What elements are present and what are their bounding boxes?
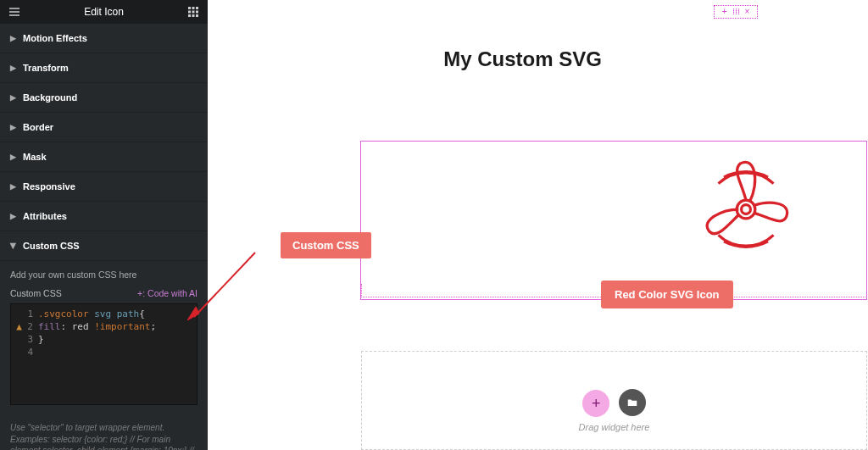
- svg-rect-7: [192, 14, 194, 17]
- warning-icon: ▲: [16, 321, 22, 332]
- accordion-responsive[interactable]: ▶Responsive: [0, 172, 208, 202]
- css-label-row: Custom CSS +: Code with AI: [10, 288, 198, 298]
- caret-right-icon: ▶: [10, 34, 16, 42]
- accordion-label: Transform: [23, 63, 69, 73]
- css-description: Add your own custom CSS here: [10, 269, 198, 280]
- accordion-label: Background: [23, 92, 77, 103]
- css-help-text: Use "selector" to target wrapper element…: [0, 414, 208, 450]
- editor-sidebar: Edit Icon ▶Motion Effects ▶Transform ▶Ba…: [0, 0, 208, 450]
- accordion-background[interactable]: ▶Background: [0, 83, 208, 113]
- accordion-motion-effects[interactable]: ▶Motion Effects: [0, 24, 208, 53]
- apps-grid-icon[interactable]: [187, 6, 199, 18]
- hamburger-icon[interactable]: [8, 6, 20, 18]
- section-edit-toolbar: + ⁞⁞⁞ ×: [714, 5, 758, 19]
- accordion-label: Responsive: [23, 181, 75, 192]
- accordion-transform[interactable]: ▶Transform: [0, 53, 208, 83]
- drag-handle-icon[interactable]: ⁞⁞⁞: [732, 8, 740, 16]
- css-code-editor[interactable]: 1.svgcolor svg path{ ▲ 2fill: red !impor…: [10, 303, 198, 405]
- folder-button[interactable]: [619, 389, 646, 416]
- svg-rect-8: [196, 14, 198, 17]
- svg-rect-2: [196, 7, 198, 9]
- svg-point-12: [742, 205, 751, 214]
- add-section-icon[interactable]: +: [722, 8, 727, 16]
- custom-css-callout: Custom CSS: [281, 232, 371, 258]
- caret-right-icon: ▶: [10, 182, 16, 191]
- accordion-label: Border: [23, 122, 53, 132]
- accordion-label: Mask: [23, 152, 47, 162]
- add-widget-button[interactable]: +: [582, 390, 609, 417]
- accordion-mask[interactable]: ▶Mask: [0, 142, 208, 172]
- svg-rect-1: [192, 7, 194, 9]
- svg-point-11: [737, 200, 755, 219]
- accordion-attributes[interactable]: ▶Attributes: [0, 202, 208, 231]
- drag-widget-text: Drag widget here: [362, 422, 866, 432]
- caret-down-icon: ▶: [9, 243, 18, 249]
- caret-right-icon: ▶: [10, 93, 16, 102]
- accordion-label: Custom CSS: [23, 241, 80, 251]
- caret-right-icon: ▶: [10, 64, 16, 72]
- panel-title: Edit Icon: [84, 6, 124, 18]
- page-heading: My Custom SVG: [208, 47, 837, 71]
- css-field-label: Custom CSS: [10, 288, 62, 298]
- caret-right-icon: ▶: [10, 212, 16, 220]
- svg-rect-5: [196, 11, 198, 14]
- caret-right-icon: ▶: [10, 123, 16, 131]
- svg-rect-6: [188, 14, 191, 17]
- accordion-label: Attributes: [23, 211, 67, 221]
- svg-rect-3: [188, 11, 191, 14]
- code-with-ai-button[interactable]: +: Code with AI: [137, 288, 198, 298]
- custom-css-panel: Add your own custom CSS here Custom CSS …: [0, 261, 208, 414]
- svg-propeller-icon[interactable]: [691, 154, 801, 264]
- caret-right-icon: ▶: [10, 153, 16, 161]
- editor-canvas: + ⁞⁞⁞ × My Custom SVG Custom CSS Red Col…: [208, 0, 868, 450]
- accordion-border[interactable]: ▶Border: [0, 113, 208, 142]
- widget-drop-area[interactable]: + Drag widget here: [361, 351, 867, 450]
- accordion-custom-css[interactable]: ▶Custom CSS: [0, 231, 208, 261]
- accordion-label: Motion Effects: [23, 33, 87, 43]
- red-color-svg-button[interactable]: Red Color SVG Icon: [601, 281, 733, 308]
- sidebar-header: Edit Icon: [0, 0, 208, 24]
- svg-rect-0: [188, 7, 191, 9]
- close-section-icon[interactable]: ×: [745, 8, 750, 16]
- svg-rect-4: [192, 11, 194, 14]
